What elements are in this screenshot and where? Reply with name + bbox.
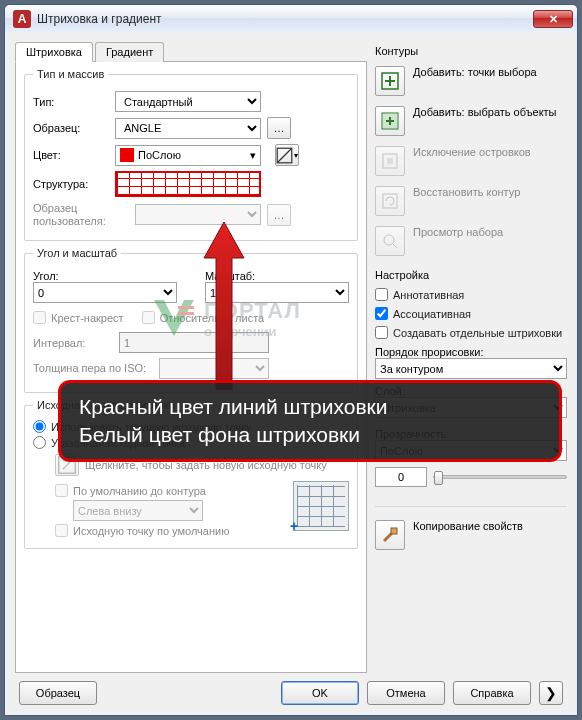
remove-islands-button bbox=[375, 146, 405, 176]
type-label: Тип: bbox=[33, 96, 109, 108]
help-button[interactable]: Справка bbox=[453, 681, 531, 705]
view-selection-label: Просмотр набора bbox=[413, 226, 503, 240]
options-head: Настройка bbox=[375, 269, 567, 281]
angle-scale-group: Угол и масштаб Угол: 0 Масштаб: 1 bbox=[24, 247, 358, 393]
iso-label: Толщина пера по ISO: bbox=[33, 362, 153, 375]
draw-order-select[interactable]: За контуром bbox=[375, 358, 567, 379]
view-selection-button bbox=[375, 226, 405, 256]
add-select-objects-button[interactable] bbox=[375, 106, 405, 136]
bg-color-button[interactable]: ▾ bbox=[275, 144, 299, 166]
tab-hatch[interactable]: Штриховка bbox=[15, 42, 93, 62]
annotation-line2: Белый цвет фона штриховки bbox=[79, 421, 541, 449]
angle-scale-legend: Угол и масштаб bbox=[33, 247, 121, 259]
origin-preview: + bbox=[293, 481, 349, 531]
recreate-boundary-label: Восстановить контур bbox=[413, 186, 520, 200]
pattern-select[interactable]: ANGLE bbox=[115, 118, 261, 139]
pattern-label: Образец: bbox=[33, 122, 109, 134]
recreate-boundary-button bbox=[375, 186, 405, 216]
tab-hatch-body: Тип и массив Тип: Стандартный Образец: A… bbox=[15, 61, 367, 673]
transparency-slider[interactable] bbox=[433, 475, 567, 479]
svg-rect-12 bbox=[383, 194, 397, 208]
cancel-button[interactable]: Отмена bbox=[367, 681, 445, 705]
add-select-objects-label: Добавить: выбрать объекты bbox=[413, 106, 557, 120]
custom-pattern-browse: … bbox=[267, 204, 291, 226]
color-swatch-icon bbox=[120, 148, 134, 162]
preview-button[interactable]: Образец bbox=[19, 681, 97, 705]
ok-button[interactable]: OK bbox=[281, 681, 359, 705]
annotative-checkbox[interactable] bbox=[375, 288, 388, 301]
pattern-browse-button[interactable]: … bbox=[267, 117, 291, 139]
use-current-origin-radio[interactable] bbox=[33, 420, 46, 433]
svg-point-13 bbox=[384, 235, 394, 245]
close-button[interactable]: ✕ bbox=[533, 10, 573, 28]
annotation-arrow bbox=[194, 222, 254, 390]
specified-origin-radio[interactable] bbox=[33, 436, 46, 449]
origin-position-select: Слева внизу bbox=[73, 500, 203, 521]
svg-rect-15 bbox=[391, 528, 397, 534]
separate-label: Создавать отдельные штриховки bbox=[393, 327, 562, 339]
window-title: Штриховка и градиент bbox=[37, 12, 162, 26]
remove-islands-label: Исключение островков bbox=[413, 146, 531, 160]
type-and-pattern-group: Тип и массив Тип: Стандартный Образец: A… bbox=[24, 68, 358, 241]
button-bar: Образец OK Отмена Справка ❯ bbox=[15, 673, 567, 709]
interval-label: Интервал: bbox=[33, 337, 113, 349]
associative-label: Ассоциативная bbox=[393, 308, 471, 320]
boundaries-head: Контуры bbox=[375, 45, 567, 57]
transparency-value-input[interactable] bbox=[375, 467, 427, 487]
expand-dialog-button[interactable]: ❯ bbox=[539, 681, 563, 705]
relative-paper-checkbox bbox=[142, 311, 155, 324]
tab-gradient[interactable]: Градиент bbox=[95, 42, 164, 62]
associative-checkbox[interactable] bbox=[375, 307, 388, 320]
add-pick-points-button[interactable] bbox=[375, 66, 405, 96]
crisscross-checkbox bbox=[33, 311, 46, 324]
svg-rect-11 bbox=[387, 158, 393, 164]
default-boundary-checkbox bbox=[55, 484, 68, 497]
inherit-props-label: Копирование свойств bbox=[413, 520, 523, 534]
app-icon: A bbox=[13, 10, 31, 28]
inherit-props-button[interactable] bbox=[375, 520, 405, 550]
draw-order-label: Порядок прорисовки: bbox=[375, 346, 567, 358]
angle-select[interactable]: 0 bbox=[33, 282, 177, 303]
annotative-label: Аннотативная bbox=[393, 289, 464, 301]
origin-plus-icon: + bbox=[290, 518, 298, 534]
color-label: Цвет: bbox=[33, 149, 109, 161]
color-select[interactable]: ПоСлою ▾ bbox=[115, 145, 261, 166]
dialog-window: A Штриховка и градиент ✕ Штриховка Гради… bbox=[4, 4, 578, 716]
default-origin-label: Исходную точку по умолчанию bbox=[73, 525, 229, 537]
crisscross-label: Крест-накрест bbox=[51, 312, 124, 324]
structure-label: Структура: bbox=[33, 178, 109, 190]
type-select[interactable]: Стандартный bbox=[115, 91, 261, 112]
annotation-callout: Красный цвет линий штриховки Белый цвет … bbox=[58, 380, 562, 462]
type-legend: Тип и массив bbox=[33, 68, 108, 80]
svg-line-1 bbox=[277, 148, 292, 163]
svg-line-14 bbox=[393, 244, 397, 248]
swatch-preview[interactable] bbox=[115, 171, 261, 197]
default-origin-checkbox bbox=[55, 524, 68, 537]
color-value: ПоСлою bbox=[138, 149, 181, 161]
angle-label: Угол: bbox=[33, 270, 177, 282]
custom-pattern-label: Образец пользователя: bbox=[33, 202, 129, 227]
annotation-line1: Красный цвет линий штриховки bbox=[79, 393, 541, 421]
separate-checkbox[interactable] bbox=[375, 326, 388, 339]
add-pick-points-label: Добавить: точки выбора bbox=[413, 66, 537, 80]
default-boundary-label: По умолчанию до контура bbox=[73, 485, 206, 497]
titlebar[interactable]: A Штриховка и градиент ✕ bbox=[5, 5, 577, 33]
